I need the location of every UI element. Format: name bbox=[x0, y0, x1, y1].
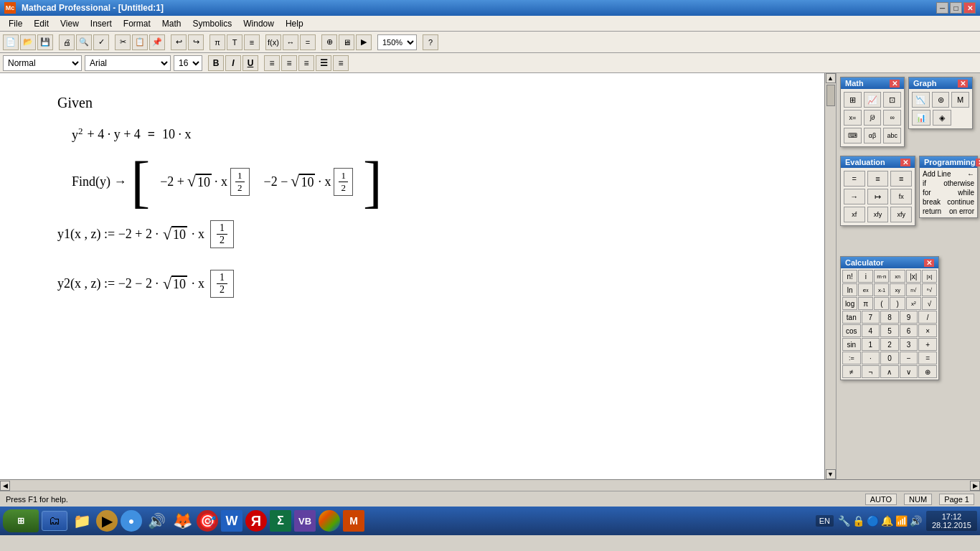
taskbar-target[interactable]: 🎯 bbox=[197, 510, 218, 532]
taskbar-blue-app[interactable]: ● bbox=[121, 510, 142, 532]
calc-4[interactable]: 4 bbox=[862, 324, 880, 337]
taskbar-volume[interactable]: 🔊 bbox=[145, 509, 168, 532]
eval-icon-btn[interactable]: ∫∂ bbox=[864, 110, 882, 126]
taskbar-yandex[interactable]: Я bbox=[245, 510, 267, 532]
calc-9[interactable]: 9 bbox=[900, 311, 918, 324]
insert-graph-button[interactable]: ≡ bbox=[244, 34, 260, 50]
undo-button[interactable]: ↩ bbox=[171, 34, 187, 50]
tray-icon-2[interactable]: 🔒 bbox=[852, 515, 864, 527]
calc-5[interactable]: 5 bbox=[880, 324, 899, 337]
prog-arrow-label[interactable]: ← bbox=[967, 170, 974, 178]
tray-icon-6[interactable]: 🔊 bbox=[910, 515, 922, 527]
calc-x2[interactable]: x² bbox=[906, 297, 921, 310]
h-scrollbar[interactable]: ◀ ▶ bbox=[0, 479, 980, 491]
bullet-button[interactable]: ☰ bbox=[316, 55, 331, 71]
abc-icon-btn[interactable]: abc bbox=[883, 128, 901, 143]
menu-insert[interactable]: Insert bbox=[85, 17, 118, 30]
calc-3[interactable]: 3 bbox=[900, 338, 918, 351]
prog-for-label[interactable]: for bbox=[923, 189, 931, 197]
calc-pi[interactable]: π bbox=[858, 297, 873, 310]
calc-minus[interactable]: − bbox=[900, 352, 918, 364]
new-button[interactable]: 📄 bbox=[3, 34, 19, 50]
save-button[interactable]: 💾 bbox=[37, 34, 53, 50]
surface-btn[interactable]: ◈ bbox=[933, 110, 951, 126]
cut-button[interactable]: ✂ bbox=[115, 34, 131, 50]
menu-window[interactable]: Window bbox=[237, 17, 280, 30]
func-button[interactable]: f(x) bbox=[265, 34, 281, 50]
calc-extra1[interactable]: |x| bbox=[922, 270, 937, 283]
map-btn[interactable]: ↦ bbox=[867, 189, 889, 204]
calc-rparen[interactable]: ) bbox=[890, 297, 905, 310]
result-button[interactable]: = bbox=[300, 34, 316, 50]
graph-panel-close[interactable]: ✕ bbox=[958, 80, 968, 88]
taskbar-colorful[interactable] bbox=[319, 510, 340, 532]
minimize-button[interactable]: ─ bbox=[936, 2, 948, 14]
xf-btn[interactable]: xf bbox=[844, 207, 865, 222]
calc-nroot[interactable]: n√ bbox=[906, 283, 921, 296]
insert-text-button[interactable]: T bbox=[227, 34, 242, 50]
def-eq-btn[interactable]: ≡ bbox=[890, 171, 912, 187]
scroll-thumb[interactable] bbox=[826, 85, 835, 106]
calc-log[interactable]: log bbox=[842, 297, 857, 310]
scroll-down-arrow[interactable]: ▼ bbox=[826, 469, 836, 479]
taskbar-media[interactable]: ▶ bbox=[96, 510, 118, 532]
calc-eq[interactable]: = bbox=[918, 352, 937, 364]
3d-plot-btn[interactable]: M bbox=[951, 92, 969, 108]
calc-assign[interactable]: := bbox=[842, 352, 861, 364]
menu-math[interactable]: Math bbox=[156, 17, 187, 30]
math-panel-close[interactable]: ✕ bbox=[890, 80, 900, 88]
equiv-btn[interactable]: ≡ bbox=[867, 171, 889, 187]
numbering-button[interactable]: ≡ bbox=[333, 55, 349, 71]
underline-button[interactable]: U bbox=[242, 55, 258, 71]
taskbar-word[interactable]: W bbox=[221, 510, 242, 532]
calc-8[interactable]: 8 bbox=[880, 311, 899, 324]
calc-mul[interactable]: × bbox=[918, 324, 937, 337]
taskbar-firefox[interactable]: 🦊 bbox=[171, 509, 194, 532]
copy-button[interactable]: 📋 bbox=[132, 34, 148, 50]
calc-xn[interactable]: xn bbox=[890, 270, 905, 283]
scroll-left-arrow[interactable]: ◀ bbox=[0, 481, 10, 491]
taskbar-mathcad[interactable]: M bbox=[343, 510, 364, 532]
fx-btn[interactable]: fx bbox=[890, 189, 912, 204]
polar-plot-btn[interactable]: ⊚ bbox=[932, 92, 950, 108]
bold-button[interactable]: B bbox=[208, 55, 224, 71]
calc-mn[interactable]: m·n bbox=[874, 270, 889, 283]
calc-2[interactable]: 2 bbox=[880, 338, 899, 351]
prog-while-label[interactable]: while bbox=[958, 189, 974, 197]
prog-icon-btn[interactable]: ⌨ bbox=[844, 128, 862, 143]
print-button[interactable]: 🖨 bbox=[59, 34, 75, 50]
calc-cos[interactable]: cos bbox=[842, 324, 861, 337]
graph-icon-btn[interactable]: 📈 bbox=[864, 92, 882, 108]
menu-file[interactable]: File bbox=[3, 17, 28, 30]
calc-sin[interactable]: sin bbox=[842, 338, 861, 351]
paste-button[interactable]: 📌 bbox=[149, 34, 165, 50]
calc-lparen[interactable]: ( bbox=[874, 297, 889, 310]
calc-1[interactable]: 1 bbox=[862, 338, 880, 351]
scroll-up-arrow[interactable]: ▲ bbox=[826, 73, 836, 83]
taskbar-folder[interactable]: 📁 bbox=[70, 509, 93, 532]
align-left-button[interactable]: ≡ bbox=[264, 55, 280, 71]
calc-i[interactable]: i bbox=[858, 270, 873, 283]
prog-if-label[interactable]: if bbox=[923, 179, 926, 187]
size-selector[interactable]: 16 bbox=[174, 55, 202, 71]
arrow-btn[interactable]: → bbox=[844, 189, 865, 204]
calc-ln[interactable]: ln bbox=[842, 283, 857, 296]
calc-abs[interactable]: |x| bbox=[906, 270, 921, 283]
calc-ex[interactable]: ex bbox=[858, 283, 873, 296]
tray-icon-1[interactable]: 🔧 bbox=[838, 515, 850, 527]
tray-icon-5[interactable]: 📶 bbox=[895, 515, 908, 527]
worksheet-vscroll[interactable]: ▲ ▼ bbox=[824, 73, 836, 479]
xfy2-btn[interactable]: xfy bbox=[890, 207, 912, 222]
menu-symbolics[interactable]: Symbolics bbox=[187, 17, 238, 30]
scroll-right-arrow[interactable]: ▶ bbox=[970, 481, 980, 491]
open-button[interactable]: 📂 bbox=[20, 34, 36, 50]
redo-button[interactable]: ↪ bbox=[188, 34, 204, 50]
taskbar-excel[interactable]: Σ bbox=[270, 510, 291, 532]
xeq-btn[interactable]: x= bbox=[844, 110, 862, 126]
prog-return-label[interactable]: return bbox=[923, 207, 941, 215]
calc-div[interactable]: / bbox=[918, 311, 937, 324]
taskbar-explorer[interactable]: 🗂 bbox=[42, 511, 67, 531]
close-button[interactable]: ✕ bbox=[963, 2, 976, 14]
calc-xy[interactable]: xy bbox=[890, 283, 905, 296]
calc-tan[interactable]: tan bbox=[842, 311, 861, 324]
